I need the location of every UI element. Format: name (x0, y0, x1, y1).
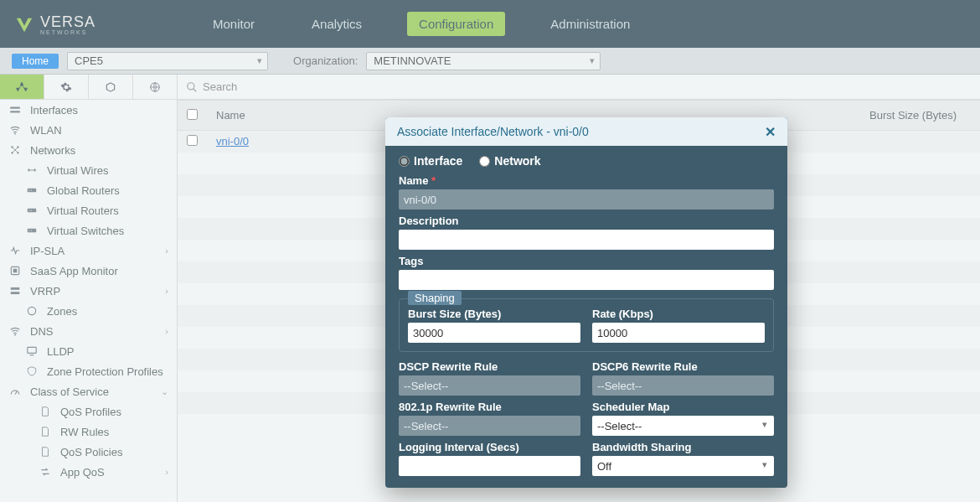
burst-label: Burst Size (Bytes) (408, 308, 580, 320)
name-label: Name (399, 174, 428, 187)
modal-header: Associate Interface/Network - vni-0/0 ✕ (385, 117, 787, 146)
loginterval-label: Logging Interval (Secs) (399, 441, 580, 453)
tags-label: Tags (399, 255, 774, 267)
bw-label: Bandwidth Sharing (592, 441, 774, 453)
sched-label: Scheduler Map (592, 401, 774, 413)
loginterval-field[interactable] (399, 456, 580, 476)
radio-interface[interactable]: Interface (399, 154, 462, 168)
description-label: Description (399, 215, 774, 227)
shaping-legend: Shaping (408, 291, 462, 305)
dscp6-select (592, 375, 774, 396)
tags-field[interactable] (399, 270, 774, 290)
modal-title: Associate Interface/Network - vni-0/0 (397, 125, 589, 138)
shaping-fieldset: Shaping Burst Size (Bytes) Rate (Kbps) (399, 298, 774, 352)
dscp6-label: DSCP6 Rewrite Rule (592, 360, 774, 373)
associate-interface-modal: Associate Interface/Network - vni-0/0 ✕ … (385, 117, 787, 488)
radio-network[interactable]: Network (479, 154, 540, 168)
close-icon[interactable]: ✕ (765, 124, 776, 140)
rate-label: Rate (Kbps) (592, 308, 765, 320)
dscp-select (399, 375, 580, 396)
description-field[interactable] (399, 230, 774, 250)
bw-select[interactable] (592, 456, 774, 476)
rate-field[interactable] (592, 323, 765, 343)
p8021-select (399, 416, 580, 436)
sched-select[interactable] (592, 416, 774, 436)
name-field (399, 189, 774, 210)
dscp-label: DSCP Rewrite Rule (399, 360, 580, 373)
p8021-label: 802.1p Rewrite Rule (399, 401, 580, 413)
burst-field[interactable] (408, 323, 580, 343)
